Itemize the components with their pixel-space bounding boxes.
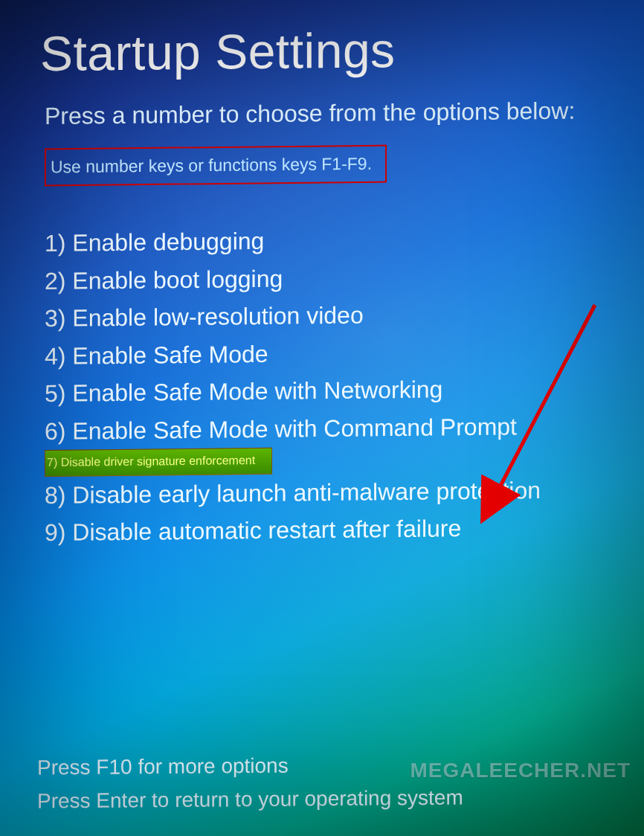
option-label: Enable Safe Mode [72,341,268,370]
boot-option-1[interactable]: 1) Enable debugging [45,219,614,263]
option-number: 9) [45,519,65,546]
option-label: Disable early launch anti-malware protec… [72,477,541,509]
option-number: 6) [45,417,65,444]
option-label: Disable automatic restart after failure [72,515,461,545]
footer-more-options: Press F10 for more options [37,748,463,785]
option-number: 4) [45,342,65,369]
startup-settings-screen: Startup Settings Press a number to choos… [0,0,644,836]
page-subtitle: Press a number to choose from the option… [45,97,614,130]
boot-option-4[interactable]: 4) Enable Safe Mode [45,332,614,376]
footer-instructions: Press F10 for more options Press Enter t… [37,748,463,819]
option-label: Enable boot logging [72,265,283,294]
option-number: 8) [45,481,65,508]
boot-option-5[interactable]: 5) Enable Safe Mode with Networking [45,369,614,413]
boot-option-6[interactable]: 6) Enable Safe Mode with Command Prompt [45,407,614,451]
option-number: 7) [47,456,57,469]
option-number: 2) [45,267,65,294]
boot-option-2[interactable]: 2) Enable boot logging [45,257,614,300]
boot-option-8[interactable]: 8) Disable early launch anti-malware pro… [45,471,614,515]
footer-return: Press Enter to return to your operating … [37,782,463,819]
watermark-text: MEGALEECHER.NET [410,759,631,782]
boot-option-3[interactable]: 3) Enable low-resolution video [45,294,614,338]
page-title: Startup Settings [40,19,614,82]
option-label: Disable driver signature enforcement [61,454,255,469]
option-number: 1) [45,230,65,257]
option-number: 5) [45,380,65,407]
option-label: Enable debugging [72,228,264,257]
hint-annotation-box: Use number keys or functions keys F1-F9. [45,145,387,187]
option-label: Enable Safe Mode with Networking [72,376,442,407]
option-number: 3) [45,305,65,332]
boot-options-list: 1) Enable debugging 2) Enable boot loggi… [45,219,614,552]
key-hint-text: Use number keys or functions keys F1-F9. [51,154,372,177]
option-label: Enable Safe Mode with Command Prompt [72,413,517,444]
boot-option-9[interactable]: 9) Disable automatic restart after failu… [45,508,614,552]
option-label: Enable low-resolution video [72,302,363,332]
